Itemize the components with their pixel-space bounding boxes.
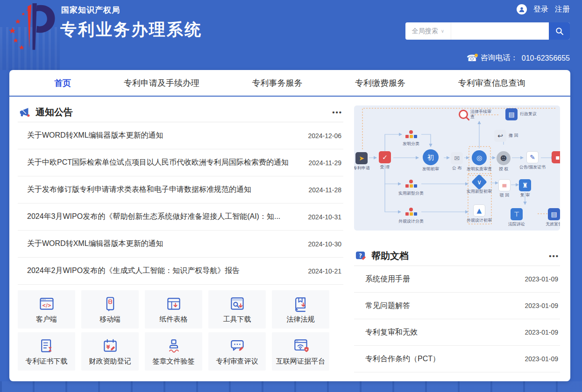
register-link[interactable]: 注册 xyxy=(555,5,570,14)
quick-links-grid: 客户端 移动端 纸件表格 工具下载 法律法规 专利证书下载 财政资助登记 签章文… xyxy=(18,290,343,371)
item-date: 2024-10-21 xyxy=(308,267,341,275)
quick-link-card[interactable]: 移动端 xyxy=(81,290,139,329)
quick-link-label: 专利证书下载 xyxy=(26,357,68,366)
flowchart-node: ▤ 无效宣告 xyxy=(539,208,560,227)
flowchart-node: ☻ 授 权 xyxy=(489,151,518,172)
quick-link-label: 移动端 xyxy=(99,315,121,324)
help-doc-item[interactable]: 专利合作条约（PCT） 2023-01-09 xyxy=(354,346,560,372)
item-date: 2023-01-09 xyxy=(525,302,558,309)
flowchart-node: 法律手续审查 xyxy=(459,109,495,120)
laws-icon xyxy=(292,295,309,312)
quick-link-label: 财政资助登记 xyxy=(89,357,131,366)
quick-link-card[interactable]: 工具下载 xyxy=(208,290,266,329)
user-avatar-icon[interactable] xyxy=(517,4,527,14)
flowchart-node: 实用新型分类 xyxy=(396,177,426,196)
quick-link-card[interactable]: 客户端 xyxy=(18,290,75,329)
nav-item-link[interactable]: 专利事务服务 xyxy=(252,77,302,89)
quick-link-card[interactable]: 法律法规 xyxy=(272,290,329,329)
item-date: 2024-10-31 xyxy=(308,213,341,221)
global-search-bar: 全局搜索 ∨ xyxy=(405,22,570,40)
site-title: 专利业务办理系统 xyxy=(60,19,202,41)
hotline-number: 010-62356655 xyxy=(522,54,570,63)
flowchart-node: ▪ xyxy=(543,151,560,165)
notice-item[interactable]: 关于发布修订版专利申请请求类表格和电子申请数据标准规范的通知 2024-11-2… xyxy=(18,176,343,203)
phone-icon: ☎ xyxy=(467,54,477,63)
item-date: 2024-11-28 xyxy=(308,186,341,194)
flowchart-node: ⊤ 法院诉讼 xyxy=(502,208,532,227)
agency-name: 国家知识产权局 xyxy=(61,5,120,15)
login-link[interactable]: 登录 xyxy=(533,5,548,14)
help-doc-icon: ? xyxy=(355,250,367,262)
flowchart-node: ▤ 行政复议 xyxy=(505,108,537,120)
item-date: 2024-12-06 xyxy=(308,132,341,140)
svg-text:?: ? xyxy=(359,252,362,259)
client-icon xyxy=(38,295,55,312)
flowchart-node: 外观设计分类 xyxy=(396,205,426,224)
quick-link-card[interactable]: 专利审查评议 xyxy=(208,332,266,371)
help-docs-header: ? 帮助文档 ••• xyxy=(354,246,560,266)
help-doc-item[interactable]: 常见问题解答 2023-01-09 xyxy=(354,293,560,319)
item-title: 2024年2月WIPO发布的《生成式人工智能：知识产权导航》报告 xyxy=(27,266,308,276)
signature-verify-icon xyxy=(165,337,182,354)
subsidy-register-icon xyxy=(102,337,119,354)
quick-link-label: 工具下载 xyxy=(223,315,251,324)
nav-item-link[interactable]: 专利申请及手续办理 xyxy=(124,77,199,89)
notice-list: 关于WORD转XML编辑器版本更新的通知 2024-12-06 关于中欧PCT国… xyxy=(18,122,343,285)
notice-item[interactable]: 关于WORD转XML编辑器版本更新的通知 2024-12-06 xyxy=(18,122,343,149)
item-title: 关于WORD转XML编辑器版本更新的通知 xyxy=(27,131,308,140)
notice-item[interactable]: 关于WORD转XML编辑器版本更新的通知 2024-10-30 xyxy=(18,231,343,258)
item-date: 2023-01-09 xyxy=(525,275,558,283)
flowchart-node: ♜ 复 审 xyxy=(510,179,540,198)
help-doc-list: 系统使用手册 2023-01-09 常见问题解答 2023-01-09 专利复审… xyxy=(354,266,560,372)
tool-download-icon xyxy=(229,295,246,312)
item-title: 关于中欧PCT国际检索单位试点项目以人民币代收欧洲专利局国际检索费的通知 xyxy=(27,158,308,168)
notices-more-button[interactable]: ••• xyxy=(332,110,342,115)
quick-link-card[interactable]: 签章文件验签 xyxy=(145,332,202,371)
quick-link-label: 专利审查评议 xyxy=(216,357,258,366)
search-button[interactable] xyxy=(549,22,570,40)
quick-link-label: 法律法规 xyxy=(287,315,315,324)
item-title: 关于发布修订版专利申请请求类表格和电子申请数据标准规范的通知 xyxy=(27,185,308,195)
right-column: ➤ 专利申请 ✓ 受 理 发明分类 初 发明初审 ✉ 公 布 ◎ 发明实质审查 … xyxy=(354,105,560,372)
notices-title: 通知公告 xyxy=(35,106,332,119)
help-docs-title: 帮助文档 xyxy=(371,250,549,262)
search-input[interactable] xyxy=(451,22,549,40)
quick-link-card[interactable]: 专利证书下载 xyxy=(18,332,75,371)
flowchart-node: ▲ 外观设计初审 xyxy=(464,204,494,223)
review-comment-icon xyxy=(229,337,246,354)
quick-link-card[interactable]: 纸件表格 xyxy=(145,290,202,329)
quick-link-card[interactable]: 互联网证据平台 xyxy=(272,332,329,371)
quick-link-label: 纸件表格 xyxy=(160,315,188,324)
nav-item-active[interactable]: 首页 xyxy=(54,77,71,89)
flowchart-node: 发明分类 xyxy=(396,128,426,147)
main-card: 首页 专利申请及手续办理 专利事务服务 专利缴费服务 专利审查信息查询 通知公告… xyxy=(9,70,570,381)
item-date: 2023-01-09 xyxy=(525,355,558,363)
item-title: 关于WORD转XML编辑器版本更新的通知 xyxy=(27,239,308,249)
background-building-texture-bottom xyxy=(0,381,582,392)
help-doc-item[interactable]: 系统使用手册 2023-01-09 xyxy=(354,266,560,293)
notice-item[interactable]: 关于中欧PCT国际检索单位试点项目以人民币代收欧洲专利局国际检索费的通知 202… xyxy=(18,149,343,176)
search-scope-dropdown[interactable]: 全局搜索 ∨ xyxy=(405,22,451,40)
quick-link-label: 互联网证据平台 xyxy=(276,357,325,366)
hotline: ☎ 咨询电话： 010-62356655 xyxy=(467,53,570,63)
internet-evidence-icon xyxy=(292,337,309,354)
cert-download-icon xyxy=(38,337,55,354)
quick-link-label: 签章文件验签 xyxy=(153,357,195,366)
quick-link-label: 客户端 xyxy=(36,315,57,324)
item-title: 常见问题解答 xyxy=(365,301,525,311)
flowchart-node: 初 发明初审 xyxy=(416,149,446,172)
nav-item-link[interactable]: 专利缴费服务 xyxy=(355,77,405,89)
item-title: 专利复审和无效 xyxy=(365,328,525,337)
notice-item[interactable]: 2024年3月WIPO发布的《帮助创新生态系统做好准备迎接人工智能(AI)：知.… xyxy=(18,203,343,231)
help-docs-more-button[interactable]: ••• xyxy=(549,254,559,259)
item-title: 系统使用手册 xyxy=(365,274,525,284)
flowchart-node: ✓ 受 理 xyxy=(370,151,400,170)
nav-item-link[interactable]: 专利审查信息查询 xyxy=(458,77,525,89)
item-date: 2023-01-09 xyxy=(525,329,558,336)
help-doc-item[interactable]: 专利复审和无效 2023-01-09 xyxy=(354,319,560,346)
process-flowchart-image: ➤ 专利申请 ✓ 受 理 发明分类 初 发明初审 ✉ 公 布 ◎ 发明实质审查 … xyxy=(354,105,560,231)
item-title: 专利合作条约（PCT） xyxy=(365,354,525,364)
paper-form-icon xyxy=(165,295,182,312)
notice-item[interactable]: 2024年2月WIPO发布的《生成式人工智能：知识产权导航》报告 2024-10… xyxy=(18,258,343,285)
quick-link-card[interactable]: 财政资助登记 xyxy=(81,332,139,371)
